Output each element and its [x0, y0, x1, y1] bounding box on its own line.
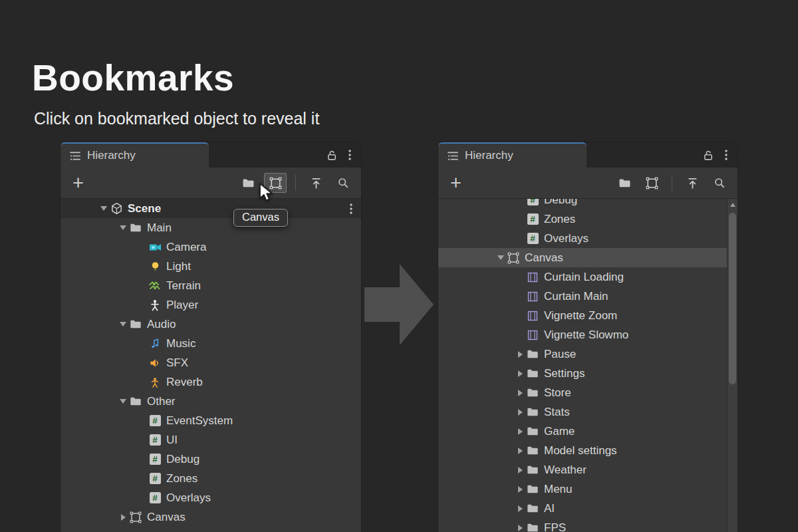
tree-row-vignette-slowmo[interactable]: Vignette Slowmo	[438, 325, 737, 344]
foldout-open-icon[interactable]	[117, 218, 129, 237]
foldout-closed-icon[interactable]	[514, 402, 526, 422]
tab-hierarchy[interactable]: Hierarchy	[61, 142, 209, 168]
tree-row-terrain[interactable]: Terrain	[61, 276, 361, 295]
foldout-spacer	[136, 276, 148, 295]
folder-icon	[526, 348, 539, 361]
tree-row-light[interactable]: Light	[61, 257, 361, 276]
tree-row-settings[interactable]: Settings	[438, 364, 737, 383]
tree-row-stats[interactable]: Stats	[438, 402, 737, 422]
foldout-spacer	[514, 199, 526, 209]
scrollbar-up-icon[interactable]	[728, 199, 737, 210]
foldout-open-icon[interactable]	[98, 199, 110, 218]
tree-row-main[interactable]: Main	[61, 218, 361, 237]
ui-image-icon	[526, 271, 539, 284]
tree-row-curtain-main[interactable]: Curtain Main	[438, 287, 737, 306]
tree-item-label: FPS	[544, 521, 566, 532]
folder-icon	[526, 425, 539, 438]
unity-logo-icon	[110, 202, 123, 215]
tree-row-game[interactable]: Game	[438, 422, 737, 441]
tree-item-label: Overlays	[544, 232, 589, 245]
create-object-button[interactable]: +	[67, 174, 89, 192]
canvas-bookmark-icon[interactable]	[640, 173, 663, 193]
reverb-icon	[148, 376, 162, 389]
folder-icon[interactable]	[237, 173, 259, 193]
foldout-closed-icon[interactable]	[514, 364, 526, 383]
tree-row-scene[interactable]: Scene	[61, 199, 361, 218]
foldout-closed-icon[interactable]	[514, 479, 526, 499]
search-icon[interactable]	[708, 173, 731, 193]
camera-icon	[148, 241, 162, 254]
tree-row-audio[interactable]: Audio	[61, 315, 361, 334]
foldout-open-icon[interactable]	[495, 248, 507, 267]
tree-item-label: Canvas	[525, 251, 563, 265]
search-icon[interactable]	[332, 173, 354, 193]
foldout-spacer	[136, 353, 148, 372]
tree-row-fps[interactable]: FPS	[438, 518, 737, 532]
foldout-closed-icon[interactable]	[514, 344, 526, 364]
tree-row-other[interactable]: Other	[61, 392, 361, 411]
tree-row-debug[interactable]: #Debug	[61, 450, 361, 469]
more-menu-icon[interactable]	[725, 150, 728, 160]
tree-row-eventsystem[interactable]: #EventSystem	[61, 411, 361, 430]
tree-row-canvas[interactable]: Canvas	[438, 248, 737, 267]
foldout-closed-icon[interactable]	[514, 441, 526, 460]
foldout-spacer	[514, 267, 526, 287]
foldout-open-icon[interactable]	[117, 315, 129, 334]
tree-row-curtain-loading[interactable]: Curtain Loading	[438, 267, 737, 287]
create-object-button[interactable]: +	[445, 174, 467, 192]
tree-row-debug[interactable]: #Debug	[438, 199, 737, 209]
ui-image-icon	[526, 309, 539, 323]
tree-row-weather[interactable]: Weather	[438, 460, 737, 479]
tree-row-sfx[interactable]: SFX	[61, 353, 361, 372]
tree-row-overlays[interactable]: #Overlays	[61, 488, 361, 507]
tree-viewport: SceneMainCameraLightTerrainPlayerAudioMu…	[61, 199, 361, 532]
scene-options-icon[interactable]	[350, 203, 361, 214]
tree-item-label: Settings	[544, 367, 585, 380]
tree-row-store[interactable]: Store	[438, 383, 737, 402]
bookmarks-slide: { "page": { "title": "Bookmarks", "subti…	[0, 0, 798, 532]
tree-item-label: SFX	[166, 356, 188, 370]
folder-icon	[129, 318, 142, 331]
tree-row-zones[interactable]: #Zones	[61, 469, 361, 488]
foldout-spacer	[136, 430, 148, 450]
hierarchy-icon	[69, 151, 81, 161]
toolbar-divider	[295, 175, 296, 191]
scrollbar-thumb[interactable]	[729, 213, 736, 384]
foldout-closed-icon[interactable]	[514, 383, 526, 402]
lock-icon[interactable]	[704, 150, 714, 161]
tree-row-ai[interactable]: AI	[438, 499, 737, 518]
tree-row-player[interactable]: Player	[61, 295, 361, 315]
tree-row-camera[interactable]: Camera	[61, 237, 361, 257]
tab-hierarchy[interactable]: Hierarchy	[438, 142, 587, 168]
foldout-closed-icon[interactable]	[117, 507, 129, 527]
foldout-closed-icon[interactable]	[514, 460, 526, 479]
hierarchy-panel-before: Hierarchy +	[60, 142, 362, 532]
foldout-closed-icon[interactable]	[514, 499, 526, 518]
foldout-open-icon[interactable]	[117, 392, 129, 411]
scrollbar[interactable]	[727, 199, 737, 532]
tree-item-label: Main	[147, 221, 172, 235]
folder-icon[interactable]	[613, 173, 636, 193]
folder-icon	[526, 521, 539, 532]
tree-row-model-settings[interactable]: Model settings	[438, 441, 737, 460]
tree-row-menu[interactable]: Menu	[438, 479, 737, 499]
tree-row-zones[interactable]: #Zones	[438, 209, 737, 229]
lock-icon[interactable]	[327, 150, 337, 161]
foldout-spacer	[136, 295, 148, 315]
foldout-spacer	[136, 237, 148, 257]
tree-row-vignette-zoom[interactable]: Vignette Zoom	[438, 306, 737, 325]
script-icon: #	[526, 199, 539, 207]
folder-icon	[526, 464, 539, 477]
tree-row-ui[interactable]: #UI	[61, 430, 361, 450]
tree-row-overlays[interactable]: #Overlays	[438, 229, 737, 248]
foldout-closed-icon[interactable]	[514, 422, 526, 441]
more-menu-icon[interactable]	[348, 150, 351, 160]
tree-row-music[interactable]: Music	[61, 334, 361, 353]
foldout-closed-icon[interactable]	[514, 518, 526, 532]
tree-item-label: Camera	[166, 241, 206, 254]
tree-row-reverb[interactable]: Reverb	[61, 372, 361, 392]
scroll-to-selection-icon[interactable]	[305, 173, 327, 193]
tree-row-canvas[interactable]: Canvas	[61, 507, 361, 527]
scroll-to-selection-icon[interactable]	[681, 173, 704, 193]
tree-row-pause[interactable]: Pause	[438, 344, 737, 364]
